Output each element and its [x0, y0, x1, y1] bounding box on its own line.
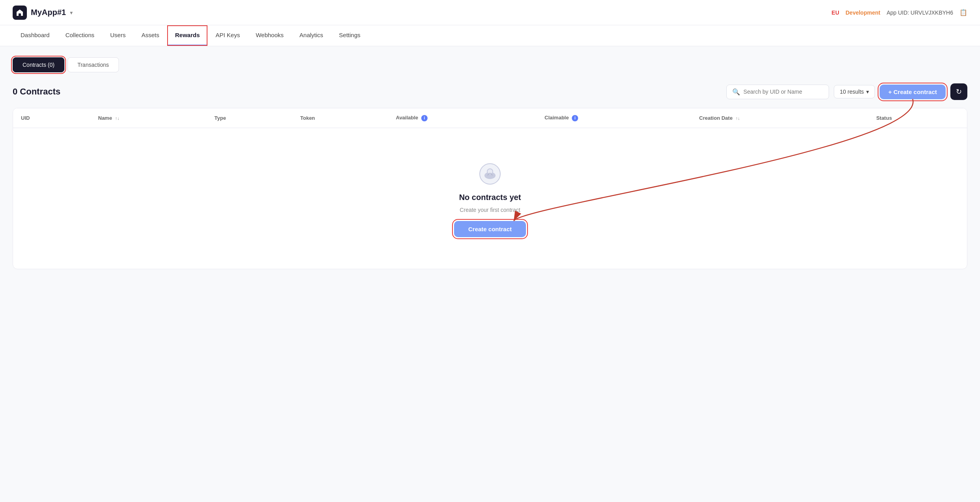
empty-state-icon: [476, 160, 504, 188]
sort-name-icon: ↑↓: [115, 116, 119, 121]
chevron-down-icon[interactable]: ▾: [70, 9, 73, 16]
col-creation-date[interactable]: Creation Date ↑↓: [691, 108, 868, 128]
nav-item-analytics[interactable]: Analytics: [292, 25, 331, 46]
main-content: Contracts (0) Transactions 0 Contracts 🔍…: [0, 46, 980, 280]
tab-transactions[interactable]: Transactions: [68, 57, 119, 72]
nav-item-settings[interactable]: Settings: [331, 25, 368, 46]
app-uid: App UID: URVLVJXKBYH6: [887, 9, 953, 16]
copy-icon[interactable]: 📋: [959, 9, 967, 16]
empty-state: No contracts yet Create your first contr…: [13, 128, 967, 269]
search-box: 🔍: [726, 85, 829, 99]
col-type: Type: [207, 108, 292, 128]
env-badge: Development: [846, 9, 880, 16]
tab-contracts[interactable]: Contracts (0): [13, 57, 64, 72]
contracts-count: 0 Contracts: [13, 87, 60, 97]
nav-item-dashboard[interactable]: Dashboard: [13, 25, 57, 46]
claimable-info-icon: i: [572, 115, 578, 121]
empty-subtitle: Create your first contract: [460, 207, 520, 213]
logo-icon: [13, 6, 27, 20]
toolbar-right: 🔍 10 results ▾ + Create contract ↻: [726, 83, 967, 100]
nav-item-api-keys[interactable]: API Keys: [207, 25, 248, 46]
col-claimable: Claimable i: [537, 108, 691, 128]
region-badge: EU: [831, 9, 839, 16]
app-name: MyApp#1: [31, 8, 66, 17]
col-name[interactable]: Name ↑↓: [90, 108, 206, 128]
main-nav: Dashboard Collections Users Assets Rewar…: [0, 25, 980, 46]
search-icon: 🔍: [732, 88, 740, 96]
toolbar: 0 Contracts 🔍 10 results ▾ + Create cont…: [13, 83, 967, 100]
empty-title: No contracts yet: [459, 193, 521, 202]
refresh-button[interactable]: ↻: [950, 83, 967, 100]
header: MyApp#1 ▾ EU Development App UID: URVLVJ…: [0, 0, 980, 25]
results-dropdown[interactable]: 10 results ▾: [834, 85, 875, 98]
col-token: Token: [292, 108, 388, 128]
col-available: Available i: [388, 108, 537, 128]
nav-item-assets[interactable]: Assets: [134, 25, 167, 46]
search-input[interactable]: [743, 89, 823, 95]
nav-item-rewards[interactable]: Rewards: [167, 25, 208, 46]
nav-item-collections[interactable]: Collections: [57, 25, 102, 46]
nav-item-webhooks[interactable]: Webhooks: [248, 25, 292, 46]
nav-item-users[interactable]: Users: [102, 25, 134, 46]
empty-create-contract-button[interactable]: Create contract: [454, 221, 526, 237]
header-right: EU Development App UID: URVLVJXKBYH6 📋: [831, 9, 967, 16]
create-contract-button[interactable]: + Create contract: [880, 85, 946, 99]
results-label: 10 results: [840, 89, 864, 95]
sub-tabs: Contracts (0) Transactions: [13, 57, 967, 72]
contracts-table: UID Name ↑↓ Type Token Ava: [13, 108, 967, 269]
header-left: MyApp#1 ▾: [13, 6, 73, 20]
available-info-icon: i: [421, 115, 428, 121]
dropdown-chevron-icon: ▾: [866, 89, 869, 95]
table-header-row: UID Name ↑↓ Type Token Ava: [13, 108, 967, 128]
col-status: Status: [868, 108, 967, 128]
sort-date-icon: ↑↓: [736, 116, 740, 121]
col-uid: UID: [13, 108, 90, 128]
